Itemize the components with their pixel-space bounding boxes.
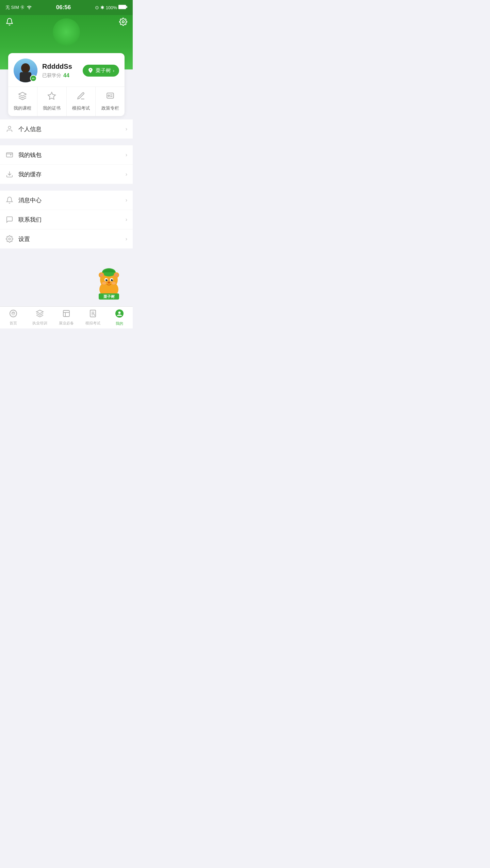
messages-label: 消息中心 [18, 196, 121, 204]
wifi-icon [27, 5, 32, 10]
menu-section-misc: 消息中心 › 联系我们 › 设置 › [0, 191, 133, 248]
tab-mine-label: 我的 [116, 321, 123, 326]
credits-value: 44 [63, 73, 69, 79]
tab-career-icon [62, 309, 70, 320]
screen-lock-icon: ⊙ [95, 5, 99, 10]
courses-icon [18, 92, 27, 102]
tab-mine[interactable]: 我的 [106, 307, 133, 328]
status-right: ⊙ ✱ 100% [95, 5, 127, 10]
svg-point-8 [108, 95, 109, 96]
contact-label: 联系我们 [18, 216, 121, 224]
svg-point-29 [100, 273, 103, 277]
lizitree-button[interactable]: 栗子树 › [83, 65, 119, 77]
svg-rect-1 [126, 6, 127, 8]
lizitree-chevron-icon: › [113, 68, 114, 73]
quick-nav: 我的课程 我的证书 模拟考试 [8, 86, 125, 116]
courses-label: 我的课程 [14, 105, 31, 111]
menu-item-wallet[interactable]: 我的钱包 › [0, 145, 133, 165]
battery-percent: 100% [106, 5, 117, 10]
tab-exam[interactable]: 模拟考试 [80, 307, 106, 328]
credits-label: 已获学分 [42, 73, 61, 79]
menu-item-personal-info[interactable]: 个人信息 › [0, 119, 133, 139]
svg-point-21 [111, 279, 113, 281]
tab-bar: 首页 执业培训 展业必备 [0, 306, 133, 328]
mascot-area: 栗子树 [0, 252, 133, 306]
svg-point-11 [8, 126, 11, 129]
menu-item-cache[interactable]: 我的缓存 › [0, 165, 133, 184]
tab-career-label: 展业必备 [59, 321, 74, 326]
certs-icon [47, 92, 56, 102]
edit-avatar-badge[interactable]: ✏ [30, 75, 37, 82]
battery-icon [118, 5, 127, 10]
download-icon [5, 170, 14, 178]
nav-policy[interactable]: 政策专栏 [96, 87, 125, 116]
svg-point-20 [105, 279, 108, 281]
tab-career[interactable]: 展业必备 [53, 307, 80, 328]
svg-point-25 [102, 282, 106, 285]
mock-exam-icon [77, 92, 85, 102]
svg-point-14 [9, 238, 11, 240]
menu-section-profile: 个人信息 › [0, 119, 133, 139]
notification-bell-icon[interactable] [5, 18, 14, 28]
person-icon [5, 125, 14, 133]
nav-my-courses[interactable]: 我的课程 [8, 87, 37, 116]
tab-mine-icon [115, 309, 124, 320]
svg-point-26 [112, 282, 116, 285]
status-left: 无 SIM 卡 [5, 4, 32, 11]
policy-label: 政策专栏 [101, 105, 119, 111]
nav-mock-exam[interactable]: 模拟考试 [67, 87, 96, 116]
profile-top: ✏ RddddSs 已获学分 44 栗子树 › [8, 53, 125, 86]
profile-card: ✏ RddddSs 已获学分 44 栗子树 › [8, 53, 125, 116]
tab-home[interactable]: 首页 [0, 307, 27, 328]
tab-home-icon [9, 309, 17, 320]
menu-section-wallet-cache: 我的钱包 › 我的缓存 › [0, 145, 133, 184]
tab-exam-icon [89, 309, 97, 320]
svg-point-22 [107, 279, 107, 280]
svg-point-2 [122, 21, 124, 23]
tab-training-label: 执业培训 [32, 321, 47, 326]
tab-exam-label: 模拟考试 [85, 321, 100, 326]
carrier-text: 无 SIM 卡 [5, 4, 24, 11]
profile-username: RddddSs [42, 63, 78, 70]
nav-my-certs[interactable]: 我的证书 [37, 87, 67, 116]
chat-icon [5, 215, 14, 224]
tab-training-icon [36, 309, 44, 320]
mascot-image: 栗子树 [92, 262, 126, 300]
svg-marker-6 [48, 92, 55, 99]
certs-label: 我的证书 [43, 105, 61, 111]
svg-rect-34 [63, 310, 69, 317]
svg-point-30 [115, 273, 118, 277]
wallet-label: 我的钱包 [18, 151, 121, 159]
svg-rect-5 [20, 72, 31, 82]
svg-text:栗子树: 栗子树 [103, 294, 115, 299]
tab-training[interactable]: 执业培训 [27, 307, 53, 328]
wallet-chevron: › [126, 152, 127, 158]
avatar-wrap[interactable]: ✏ [14, 59, 37, 82]
cache-chevron: › [126, 171, 127, 177]
menu-item-messages[interactable]: 消息中心 › [0, 191, 133, 210]
mock-exam-label: 模拟考试 [72, 105, 90, 111]
svg-point-23 [112, 279, 113, 280]
profile-info: RddddSs 已获学分 44 [42, 63, 78, 79]
svg-point-24 [108, 282, 110, 284]
tab-home-label: 首页 [10, 321, 17, 326]
settings-label: 设置 [18, 235, 121, 243]
status-bar: 无 SIM 卡 06:56 ⊙ ✱ 100% [0, 0, 133, 15]
cache-label: 我的缓存 [18, 171, 121, 178]
contact-chevron: › [126, 216, 127, 223]
svg-point-4 [21, 63, 30, 73]
settings-chevron: › [126, 236, 127, 242]
bluetooth-icon: ✱ [100, 5, 104, 10]
svg-rect-0 [118, 5, 126, 9]
settings-icon [5, 235, 14, 243]
deco-circle [53, 18, 80, 46]
personal-info-label: 个人信息 [18, 125, 121, 133]
personal-info-chevron: › [126, 126, 127, 132]
message-bell-icon [5, 196, 14, 204]
messages-chevron: › [126, 197, 127, 203]
menu-item-settings[interactable]: 设置 › [0, 229, 133, 248]
policy-icon [106, 92, 115, 102]
settings-gear-icon[interactable] [119, 18, 127, 28]
wallet-icon [5, 151, 14, 159]
menu-item-contact[interactable]: 联系我们 › [0, 210, 133, 229]
